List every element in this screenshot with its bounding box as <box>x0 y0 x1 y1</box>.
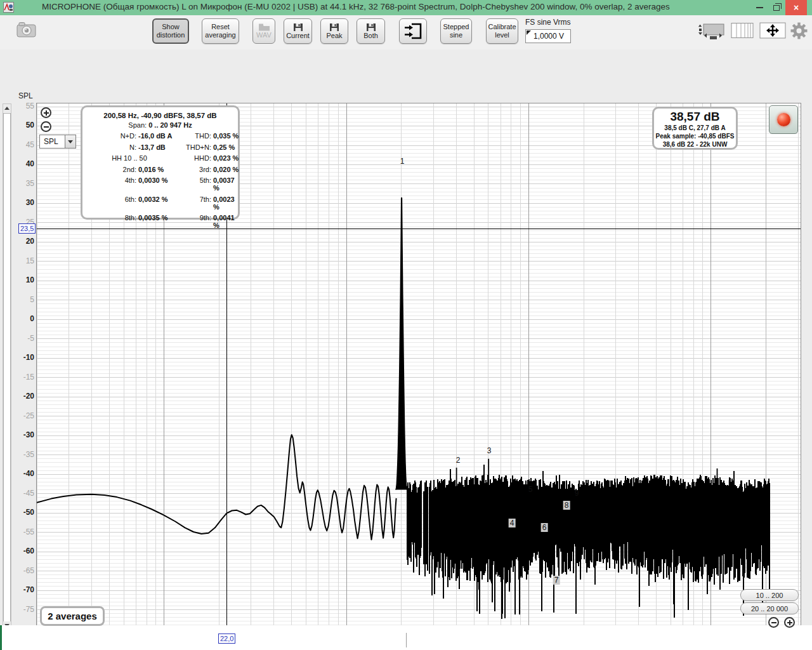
band-columns-button[interactable] <box>731 22 754 41</box>
pan-view-icon <box>759 22 786 39</box>
y-tick-label: -15 <box>8 373 34 381</box>
loopback-icon <box>403 22 423 41</box>
measurement-label: HHD: <box>174 154 213 162</box>
y-tick-label: 20 <box>8 237 34 246</box>
measurement-label: 3rd: <box>174 166 213 173</box>
y-tick-label: -65 <box>8 566 34 575</box>
band-columns-icon <box>731 22 754 39</box>
zoom-in-button[interactable] <box>41 107 51 118</box>
camera-icon[interactable] <box>16 20 37 41</box>
x-cursor-value[interactable]: 22,0 <box>218 633 235 644</box>
measurement-label: 5th: <box>174 176 213 192</box>
y-tick-label: 5 <box>8 295 34 304</box>
reset-averaging-button[interactable]: Resetaveraging <box>202 18 239 44</box>
wav-button[interactable]: WAV <box>252 18 275 44</box>
maximize-button[interactable] <box>768 0 784 15</box>
calibrate-level-button[interactable]: Calibratelevel <box>486 18 518 44</box>
save-both-button[interactable]: Both <box>357 18 385 44</box>
measurement-value: 0,023 % <box>213 154 240 162</box>
x-zoom-out-button[interactable] <box>768 617 779 628</box>
show-distortion-button[interactable]: Showdistortion <box>152 18 189 44</box>
vertical-scroll-thumb[interactable] <box>3 113 11 622</box>
harmonic-marker-label-6: 6 <box>541 523 548 532</box>
measurement-value: 0,020 % <box>213 166 240 173</box>
dropdown-arrow-button[interactable] <box>65 135 75 148</box>
measurement-value: 0,0035 % <box>138 214 174 229</box>
zoom-out-button[interactable] <box>41 121 51 132</box>
freq-range-button-1[interactable]: 10 .. 200 <box>740 589 799 601</box>
y-tick-label: 30 <box>8 198 34 207</box>
close-button[interactable]: × <box>785 0 807 15</box>
gear-icon <box>790 22 808 39</box>
level-main-value: 38,57 dB <box>654 110 736 124</box>
settings-gear-button[interactable] <box>790 22 808 42</box>
y-cursor-value[interactable]: 23,5 <box>18 223 36 234</box>
save-current-button[interactable]: Current <box>284 18 312 44</box>
y-tick-label: -10 <box>8 353 34 362</box>
spin-corner-icon <box>527 30 531 35</box>
display-layout-button[interactable] <box>698 22 726 43</box>
show-distortion-label: distortion <box>157 31 185 39</box>
measurement-label: 6th: <box>85 196 138 211</box>
level-band: 38,6 dB 22 - 22k UNW <box>654 140 736 149</box>
calibrate-level-label: Calibrate <box>488 23 516 31</box>
pan-view-button[interactable] <box>759 22 786 41</box>
measurement-value: -16,0 dB A <box>138 132 174 140</box>
spectrum-curve <box>37 435 396 540</box>
minimize-button[interactable] <box>752 0 768 15</box>
measurement-label: 8th: <box>85 214 138 229</box>
y-tick-label: -40 <box>8 469 34 478</box>
record-button[interactable] <box>769 105 798 134</box>
fs-sine-vrms-input[interactable]: 1,0000 V <box>525 29 571 43</box>
y-tick-label: -25 <box>8 411 34 420</box>
harmonic-marker-label-8: 8 <box>563 501 570 510</box>
save-both-label: Both <box>363 32 378 40</box>
y-tick-label: 10 <box>8 275 34 284</box>
reset-averaging-label: averaging <box>205 31 235 39</box>
workspace: SPL 5550454035302520151050-5-10-15-20-25… <box>0 50 812 625</box>
y-tick-label: -75 <box>8 605 34 614</box>
measurement-value: 0,035 % <box>213 132 240 140</box>
chevron-down-icon <box>68 140 73 143</box>
measurement-value: 0,0023 % <box>213 196 240 211</box>
save-peak-button[interactable]: Peak <box>320 18 348 44</box>
show-distortion-label: Show <box>162 23 180 31</box>
span-readout: Span: 0 .. 20 947 Hz <box>85 121 235 129</box>
window-title: MICROPHONE (Общая громкость) L on Микроф… <box>42 2 670 11</box>
measurement-value: -13,7 dB <box>138 143 174 151</box>
y-tick-label: 15 <box>8 256 34 265</box>
freq-range-button-2[interactable]: 20 .. 20 000 <box>740 602 799 614</box>
wav-label: WAV <box>256 31 272 39</box>
y-tick-label: 40 <box>8 159 34 168</box>
stepped-sine-button[interactable]: Steppedsine <box>440 18 472 44</box>
fundamental-marker-label: 1 <box>400 157 405 166</box>
measurement-value: 0,0041 % <box>213 214 240 229</box>
spl-mode-dropdown[interactable]: SPL <box>39 135 76 149</box>
floppy-icon <box>293 23 303 32</box>
fundamental-peak <box>396 198 407 490</box>
fs-sine-vrms-label: FS sine Vrms <box>525 18 571 27</box>
y-tick-label: 35 <box>8 179 34 188</box>
y-tick-label: -35 <box>8 450 34 459</box>
y-tick-label: -45 <box>8 489 34 498</box>
noise-floor-band <box>407 465 769 620</box>
harmonic-marker-label-7: 7 <box>553 576 560 585</box>
display-layout-icon <box>698 22 726 40</box>
harmonic-marker-label-5: 5 <box>528 485 533 494</box>
x-zoom-in-button[interactable] <box>784 617 795 628</box>
measurement-value: 0,0032 % <box>138 196 174 211</box>
y-tick-label: -60 <box>8 547 34 555</box>
restore-icon <box>773 5 780 11</box>
level-peak-sample: Peak sample: -40,85 dBFS <box>654 132 736 140</box>
floppy-icon <box>329 23 339 32</box>
cursor-readout: 200,58 Hz, -40,90 dBFS, 38,57 dB <box>85 112 235 119</box>
y-tick-label: 55 <box>8 102 34 110</box>
distortion-readout-panel: 200,58 Hz, -40,90 dBFS, 38,57 dB Span: 0… <box>81 105 240 220</box>
measurement-label: THD+N: <box>174 143 213 151</box>
measurement-label: 2nd: <box>85 166 138 173</box>
edge-accent-line <box>0 625 2 650</box>
harmonic-marker-label-9: 9 <box>575 489 579 498</box>
averages-badge: 2 averages <box>40 606 105 626</box>
loopback-button[interactable] <box>399 18 427 44</box>
y-tick-label: -70 <box>8 585 34 594</box>
